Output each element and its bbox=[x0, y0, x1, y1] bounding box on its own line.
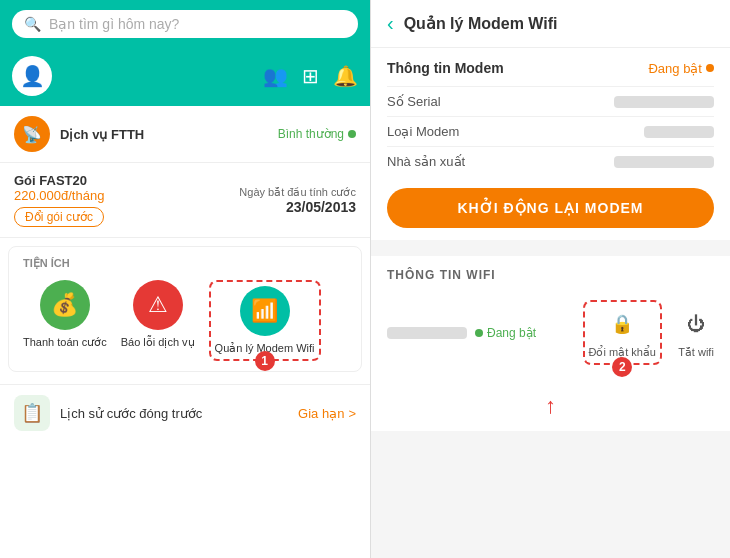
back-button[interactable]: ‹ bbox=[387, 12, 394, 35]
modem-status: Đang bật bbox=[648, 61, 714, 76]
change-password-action[interactable]: 🔒 Đổi mật khẩu 2 bbox=[583, 300, 662, 365]
tien-ich-grid: 💰 Thanh toán cước ⚠ Báo lỗi dịch vụ 📶 Qu… bbox=[23, 280, 347, 361]
plan-name: Gói FAST20 bbox=[14, 173, 104, 188]
tien-ich-title: TIỆN ÍCH bbox=[23, 257, 347, 270]
service-name: Dịch vụ FTTH bbox=[60, 127, 144, 142]
bell-icon[interactable]: 🔔 bbox=[333, 64, 358, 88]
manufacturer-row: Nhà sản xuất bbox=[387, 146, 714, 176]
wifi-actions: 🔒 Đổi mật khẩu 2 ⏻ Tắt wifi bbox=[583, 300, 714, 365]
right-header: ‹ Quản lý Modem Wifi bbox=[371, 0, 730, 48]
user-bar: 👤 👥 ⊞ 🔔 bbox=[0, 48, 370, 106]
service-row: 📡 Dịch vụ FTTH Bình thường bbox=[0, 106, 370, 163]
arrow-up-icon: ↑ bbox=[387, 393, 714, 419]
status-dot bbox=[348, 130, 356, 138]
restart-modem-button[interactable]: KHỞI ĐỘNG LẠI MODEM bbox=[387, 188, 714, 228]
modem-info-section: Thông tin Modem Đang bật Số Serial Loại … bbox=[371, 48, 730, 240]
search-bar: 🔍 Bạn tìm gì hôm nay? bbox=[0, 0, 370, 48]
modem-type-row: Loại Modem bbox=[387, 116, 714, 146]
payment-label: Thanh toán cước bbox=[23, 336, 107, 349]
history-left: 📋 Lịch sử cước đóng trước bbox=[14, 395, 202, 431]
history-row[interactable]: 📋 Lịch sử cước đóng trước Gia hạn > bbox=[0, 384, 370, 441]
history-action[interactable]: Gia hạn > bbox=[298, 406, 356, 421]
report-label: Báo lỗi dịch vụ bbox=[121, 336, 195, 349]
report-icon: ⚠ bbox=[133, 280, 183, 330]
group-icon[interactable]: 👥 bbox=[263, 64, 288, 88]
service-left: 📡 Dịch vụ FTTH bbox=[14, 116, 144, 152]
modem-section-header: Thông tin Modem Đang bật bbox=[387, 60, 714, 76]
tien-ich-item-modem[interactable]: 📶 Quản lý Modem Wifi 1 bbox=[209, 280, 321, 361]
wifi-status-text: Đang bật bbox=[487, 326, 536, 340]
badge-1: 1 bbox=[255, 351, 275, 371]
history-arrow: > bbox=[348, 406, 356, 421]
turn-off-wifi-label: Tắt wifi bbox=[678, 346, 714, 359]
right-title: Quản lý Modem Wifi bbox=[404, 14, 558, 33]
search-input-wrap[interactable]: 🔍 Bạn tìm gì hôm nay? bbox=[12, 10, 358, 38]
wifi-row: Đang bật 🔒 Đổi mật khẩu 2 ⏻ Tắt wifi bbox=[387, 292, 714, 365]
wifi-section-title: THÔNG TIN WIFI bbox=[387, 268, 714, 282]
payment-icon: 💰 bbox=[40, 280, 90, 330]
tien-ich-item-payment[interactable]: 💰 Thanh toán cước bbox=[23, 280, 107, 361]
user-icons: 👥 ⊞ 🔔 bbox=[263, 64, 358, 88]
plan-date-label: Ngày bắt đầu tính cước bbox=[239, 186, 356, 199]
tien-ich-item-report[interactable]: ⚠ Báo lỗi dịch vụ bbox=[121, 280, 195, 361]
serial-label: Số Serial bbox=[387, 94, 441, 109]
wifi-name bbox=[387, 327, 467, 339]
plan-left: Gói FAST20 220.000đ/tháng Đổi gói cước bbox=[14, 173, 104, 227]
arrow-indicator: ↑ bbox=[387, 393, 714, 419]
modem-status-text: Đang bật bbox=[648, 61, 702, 76]
search-placeholder: Bạn tìm gì hôm nay? bbox=[49, 16, 179, 32]
qr-icon[interactable]: ⊞ bbox=[302, 64, 319, 88]
modem-type-label: Loại Modem bbox=[387, 124, 459, 139]
service-status-text: Bình thường bbox=[278, 127, 344, 141]
history-icon: 📋 bbox=[14, 395, 50, 431]
plan-row: Gói FAST20 220.000đ/tháng Đổi gói cước N… bbox=[0, 163, 370, 238]
wifi-left: Đang bật bbox=[387, 326, 536, 340]
lock-icon: 🔒 bbox=[604, 306, 640, 342]
manufacturer-label: Nhà sản xuất bbox=[387, 154, 465, 169]
plan-right: Ngày bắt đầu tính cước 23/05/2013 bbox=[239, 186, 356, 215]
wifi-status: Đang bật bbox=[475, 326, 536, 340]
modem-type-value bbox=[644, 126, 714, 138]
change-plan-button[interactable]: Đổi gói cước bbox=[14, 207, 104, 227]
tien-ich-section: TIỆN ÍCH 💰 Thanh toán cước ⚠ Báo lỗi dịc… bbox=[8, 246, 362, 372]
modem-wifi-icon: 📶 bbox=[240, 286, 290, 336]
service-icon: 📡 bbox=[14, 116, 50, 152]
manufacturer-value bbox=[614, 156, 714, 168]
power-icon: ⏻ bbox=[678, 306, 714, 342]
history-text: Lịch sử cước đóng trước bbox=[60, 406, 202, 421]
modem-info-title: Thông tin Modem bbox=[387, 60, 504, 76]
modem-status-dot bbox=[706, 64, 714, 72]
search-icon: 🔍 bbox=[24, 16, 41, 32]
service-status: Bình thường bbox=[278, 127, 356, 141]
turn-off-wifi-action[interactable]: ⏻ Tắt wifi bbox=[678, 306, 714, 359]
plan-price: 220.000đ/tháng bbox=[14, 188, 104, 203]
serial-value bbox=[614, 96, 714, 108]
wifi-status-dot bbox=[475, 329, 483, 337]
plan-date: 23/05/2013 bbox=[239, 199, 356, 215]
right-panel: ‹ Quản lý Modem Wifi Thông tin Modem Đan… bbox=[370, 0, 730, 558]
wifi-info-section: THÔNG TIN WIFI Đang bật 🔒 Đổi mật khẩu 2 bbox=[371, 256, 730, 431]
left-panel: 🔍 Bạn tìm gì hôm nay? 👤 👥 ⊞ 🔔 📡 Dịch vụ … bbox=[0, 0, 370, 558]
badge-2: 2 bbox=[612, 357, 632, 377]
history-action-text: Gia hạn bbox=[298, 406, 344, 421]
serial-row: Số Serial bbox=[387, 86, 714, 116]
avatar[interactable]: 👤 bbox=[12, 56, 52, 96]
